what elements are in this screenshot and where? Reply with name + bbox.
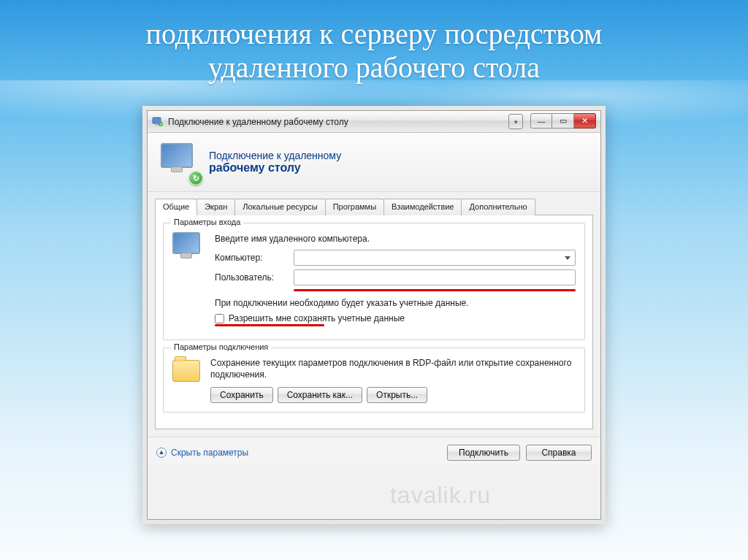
tab-programs[interactable]: Программы: [325, 199, 384, 215]
login-group-legend: Параметры входа: [171, 218, 243, 226]
computer-icon: [172, 232, 205, 270]
tab-general[interactable]: Общие: [155, 199, 197, 215]
save-button[interactable]: Сохранить: [210, 387, 273, 403]
highlight-user: [294, 289, 576, 291]
connection-text: Сохранение текущих параметров подключени…: [210, 357, 576, 380]
watermark: tavalik.ru: [390, 482, 491, 509]
login-hint: Введите имя удаленного компьютера.: [215, 234, 576, 244]
save-credentials-label: Разрешить мне сохранять учетные данные: [229, 313, 405, 323]
titlebar[interactable]: Подключение к удаленному рабочему столу …: [148, 111, 600, 133]
save-credentials-checkbox[interactable]: [215, 314, 224, 323]
tab-experience[interactable]: Взаимодействие: [383, 199, 462, 215]
help-button[interactable]: Справка: [526, 445, 592, 461]
slide-title: подключения к серверу посредством удален…: [0, 18, 748, 85]
save-as-button[interactable]: Сохранить как...: [278, 387, 362, 403]
connection-group-legend: Параметры подключения: [171, 342, 271, 351]
tabs: Общие Экран Локальные ресурсы Программы …: [155, 198, 593, 215]
hide-options-link[interactable]: ▲ Скрыть параметры: [156, 448, 248, 458]
login-note: При подключении необходимо будет указать…: [215, 297, 576, 309]
chevron-up-icon: ▲: [156, 448, 167, 458]
login-group: Параметры входа Введите имя удаленного к…: [163, 223, 585, 340]
dialog-header: ↻ Подключение к удаленному рабочему стол…: [148, 133, 600, 192]
tab-advanced[interactable]: Дополнительно: [461, 199, 535, 215]
computer-combobox[interactable]: [294, 250, 576, 266]
slide-title-l2: удаленного рабочего стола: [208, 51, 540, 84]
highlight-checkbox: [215, 324, 324, 326]
close-button[interactable]: ✕: [574, 113, 596, 129]
remote-desktop-icon: ↻: [161, 143, 199, 181]
maximize-button[interactable]: ▭: [552, 113, 574, 129]
screenshot-frame: Подключение к удаленному рабочему столу …: [142, 106, 606, 524]
window-title: Подключение к удаленному рабочему столу: [168, 117, 348, 127]
svg-point-2: [159, 122, 163, 126]
open-button[interactable]: Открыть...: [367, 387, 427, 403]
bottom-bar: ▲ Скрыть параметры Подключить Справка: [148, 437, 600, 465]
connection-group: Параметры подключения Сохранение текущих…: [163, 348, 585, 412]
svg-rect-1: [155, 124, 159, 126]
computer-label: Компьютер:: [215, 253, 288, 263]
rdp-window: Подключение к удаленному рабочему столу …: [147, 110, 601, 520]
tab-panel-general: Параметры входа Введите имя удаленного к…: [155, 215, 593, 429]
rdp-icon: [152, 116, 164, 128]
user-field[interactable]: [294, 269, 576, 285]
tab-local-resources[interactable]: Локальные ресурсы: [234, 199, 325, 215]
tab-display[interactable]: Экран: [196, 199, 235, 215]
connect-button[interactable]: Подключить: [447, 445, 520, 461]
hide-options-label: Скрыть параметры: [171, 448, 248, 458]
header-line2: рабочему столу: [209, 161, 341, 174]
user-label: Пользователь:: [215, 272, 288, 283]
header-line1: Подключение к удаленному: [209, 150, 341, 161]
slide-title-l1: подключения к серверу посредством: [146, 18, 603, 50]
titlebar-dropdown-button[interactable]: ▾: [508, 114, 523, 129]
folder-icon: [172, 360, 200, 382]
minimize-button[interactable]: —: [530, 113, 552, 129]
